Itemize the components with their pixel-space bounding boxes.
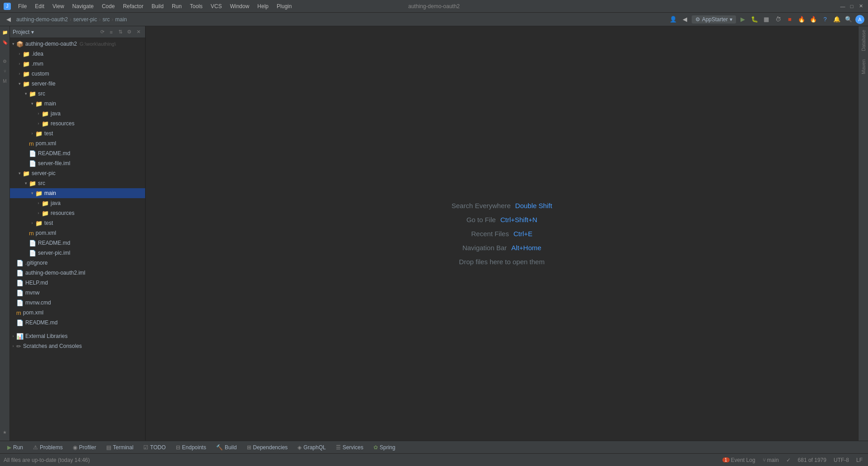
tree-resources-1[interactable]: › 📁 resources [10, 119, 145, 128]
vcs-strip-icon[interactable]: ⑂ [1, 67, 9, 75]
menu-view[interactable]: View [49, 2, 68, 10]
tree-pom-2[interactable]: m pom.xml [10, 228, 145, 238]
expand-arrow-ext-lib[interactable]: › [10, 334, 16, 338]
tree-readme-1[interactable]: 📄 README.md [10, 148, 145, 158]
run-config-selector[interactable]: ⚙ AppStarter ▾ [692, 15, 736, 24]
debug-button[interactable]: 🐛 [750, 14, 760, 24]
encoding-button[interactable]: UTF-8 [832, 456, 851, 464]
tree-root[interactable]: ▾ 📦 authing-demo-oauth2 G:\work\authing\ [10, 39, 145, 49]
tree-pom-1[interactable]: m pom.xml [10, 138, 145, 148]
tree-main-1[interactable]: ▾ 📁 main [10, 99, 145, 109]
tree-external-libraries[interactable]: › 📊 External Libraries [10, 331, 145, 341]
project-dropdown-arrow[interactable]: ▾ [31, 29, 34, 35]
tree-src-1[interactable]: ▾ 📁 src [10, 89, 145, 99]
tree-readme-2[interactable]: 📄 README.md [10, 238, 145, 248]
menu-help[interactable]: Help [254, 2, 272, 10]
flame-button[interactable]: 🔥 [797, 14, 807, 24]
menu-edit[interactable]: Edit [31, 2, 48, 10]
tree-iml-2[interactable]: 📄 server-pic.iml [10, 248, 145, 258]
tree-java-2[interactable]: › 📁 java [10, 198, 145, 208]
tree-scratches[interactable]: › ✏ Scratches and Consoles [10, 341, 145, 351]
project-strip-icon[interactable]: 📁 [1, 28, 9, 36]
expand-arrow-resources2[interactable]: › [35, 211, 42, 215]
expand-arrow-src2[interactable]: ▾ [23, 181, 29, 185]
tree-src-2[interactable]: ▾ 📁 src [10, 178, 145, 188]
favorites-strip-icon[interactable]: ★ [1, 428, 9, 436]
close-button[interactable]: ✕ [857, 3, 864, 10]
tree-test-1[interactable]: › 📁 test [10, 128, 145, 138]
avatar-button[interactable]: A [855, 15, 864, 24]
tree-pom-root[interactable]: m pom.xml [10, 308, 145, 318]
tree-server-file[interactable]: ▾ 📁 server-file [10, 79, 145, 89]
coverage-button[interactable]: ▦ [761, 14, 771, 24]
expand-arrow-main2[interactable]: ▾ [29, 191, 35, 195]
expand-arrow-server-pic[interactable]: ▾ [16, 171, 23, 176]
breadcrumb-main[interactable]: main [115, 16, 127, 23]
line-col-button[interactable]: 681 of 1979 [796, 456, 828, 464]
menu-file[interactable]: File [14, 2, 30, 10]
tree-iml-1[interactable]: 📄 server-file.iml [10, 158, 145, 168]
stop-button[interactable]: ■ [785, 14, 795, 24]
tree-mvn[interactable]: › 📁 .mvn [10, 59, 145, 69]
bookmark-strip-icon[interactable]: 🔖 [1, 38, 9, 46]
tree-help[interactable]: 📄 HELP.md [10, 278, 145, 288]
help-button[interactable]: ? [820, 14, 830, 24]
tree-test-2[interactable]: › 📁 test [10, 218, 145, 228]
menu-run[interactable]: Run [168, 2, 185, 10]
expand-arrow-main1[interactable]: ▾ [29, 101, 35, 106]
expand-arrow-server-file[interactable]: ▾ [16, 81, 23, 86]
tree-main-2-selected[interactable]: ▾ 📁 main [10, 188, 145, 198]
tree-root-iml[interactable]: 📄 authing-demo-oauth2.iml [10, 268, 145, 278]
tab-terminal[interactable]: ▤ Terminal [102, 443, 138, 452]
tree-java-1[interactable]: › 📁 java [10, 109, 145, 119]
settings-icon[interactable]: ⚙ [125, 28, 133, 36]
menu-refactor[interactable]: Refactor [119, 2, 147, 10]
collapse-icon[interactable]: ≡ [107, 28, 115, 36]
search-everywhere-button[interactable]: 🔍 [844, 14, 854, 24]
menu-window[interactable]: Window [226, 2, 253, 10]
maven-panel-label[interactable]: Maven [860, 57, 867, 76]
sort-icon[interactable]: ⇅ [116, 28, 124, 36]
tab-run[interactable]: ▶ Run [3, 443, 28, 452]
expand-arrow-idea[interactable]: › [16, 52, 23, 56]
tab-build[interactable]: 🔨 Build [212, 443, 241, 452]
event-log-button[interactable]: 1 Event Log [721, 456, 757, 464]
sync-icon[interactable]: ⟳ [98, 28, 106, 36]
menu-code[interactable]: Code [98, 2, 118, 10]
tab-graphql[interactable]: ◈ GraphQL [293, 443, 330, 452]
expand-arrow-resources1[interactable]: › [35, 121, 42, 126]
maximize-button[interactable]: □ [848, 3, 855, 10]
breadcrumb-server-pic[interactable]: server-pic [73, 16, 97, 23]
tree-mvnw[interactable]: 📄 mvnw [10, 288, 145, 298]
tab-todo[interactable]: ☑ TODO [139, 443, 170, 452]
maven-strip-icon[interactable]: M [1, 77, 9, 85]
tab-dependencies[interactable]: ⊞ Dependencies [242, 443, 292, 452]
menu-build[interactable]: Build [148, 2, 167, 10]
back-nav-button[interactable]: ◀ [680, 14, 690, 24]
notifications-button[interactable]: 🔔 [832, 14, 842, 24]
structure-strip-icon[interactable]: ⚙ [1, 57, 9, 65]
minimize-button[interactable]: — [839, 3, 846, 10]
database-panel-label[interactable]: Database [860, 28, 867, 53]
tab-endpoints[interactable]: ⊟ Endpoints [171, 443, 211, 452]
tab-spring[interactable]: ✿ Spring [369, 443, 400, 452]
tree-idea[interactable]: › 📁 .idea [10, 49, 145, 59]
menu-vcs[interactable]: VCS [207, 2, 226, 10]
breadcrumb-src[interactable]: src [103, 16, 110, 23]
expand-arrow-scratches[interactable]: › [10, 344, 16, 348]
tree-gitignore[interactable]: 📄 .gitignore [10, 258, 145, 268]
menu-plugin[interactable]: Plugin [273, 2, 295, 10]
menu-tools[interactable]: Tools [186, 2, 206, 10]
line-sep-button[interactable]: LF [854, 456, 864, 464]
breadcrumb-root[interactable]: authing-demo-oauth2 [16, 16, 68, 23]
expand-arrow-src1[interactable]: ▾ [23, 91, 29, 96]
expand-arrow-custom[interactable]: › [16, 71, 23, 76]
expand-arrow-test1[interactable]: › [29, 131, 35, 136]
tree-custom[interactable]: › 📁 custom [10, 69, 145, 79]
profiler-button[interactable]: ⏱ [773, 14, 783, 24]
tab-profiler[interactable]: ◉ Profiler [68, 443, 101, 452]
profile-button[interactable]: 👤 [668, 14, 678, 24]
menu-navigate[interactable]: Navigate [69, 2, 97, 10]
flame2-button[interactable]: 🔥 [808, 14, 818, 24]
expand-arrow-java1[interactable]: › [35, 111, 42, 116]
